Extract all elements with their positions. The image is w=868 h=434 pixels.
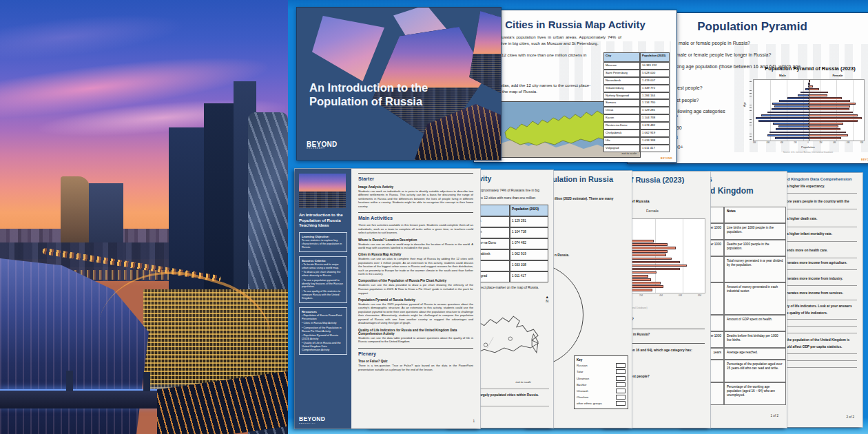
answer-line: [787, 258, 857, 258]
table-cell: 1 284 164: [640, 92, 670, 100]
pyramid-row-75-79: [754, 94, 864, 96]
key-item: Ukrainian: [577, 376, 626, 381]
x-axis-ticks: 8M6M4M2M02M4M6M8M: [753, 141, 863, 144]
x-tick: 2M: [794, 141, 796, 144]
activity-paragraph: Students can use an atlas to complete th…: [358, 257, 473, 276]
x-tick: 8M: [698, 294, 701, 297]
table-row: Volgograd1 011 417: [471, 271, 548, 282]
table-cell: 1 074 482: [510, 238, 548, 249]
table-header-notes: Notes: [724, 207, 786, 223]
lesson-plan-content: Starter Image Analysis Activity Students…: [351, 169, 480, 428]
female-bar: [809, 80, 810, 82]
female-bar: [809, 112, 853, 114]
male-label: Male: [772, 74, 793, 77]
sidebar-title: An Introduction to the Population of Rus…: [299, 212, 347, 223]
key-item-label: Ukrainian: [577, 377, 589, 380]
activity-subheading: True or False? Quiz: [358, 360, 473, 363]
table-row: Moscow10 381 222: [603, 62, 670, 70]
female-bar: [809, 120, 858, 122]
question-fragment: a higher life expectancy.: [787, 185, 825, 188]
male-bar: [808, 85, 809, 87]
title-line-1: An Introduction to the: [309, 81, 428, 94]
table-row: Rostov-na-Donu1 074 482: [471, 238, 548, 249]
answer-line: [787, 353, 857, 354]
pyramid-chart-title: Population Pyramid of Russia (2023): [750, 65, 868, 72]
table-cell: 1 129 281: [510, 216, 548, 227]
male-bar: [767, 112, 809, 114]
male-bar: [761, 114, 809, 116]
pyramid-row-95-99: [754, 83, 864, 85]
page-number: 1: [473, 420, 475, 423]
table-cell: Samara: [603, 99, 640, 107]
answer-line: [787, 227, 857, 227]
beyond-logo-text: BEYOND: [299, 415, 325, 422]
list-item: • To use a population pyramid to identif…: [302, 279, 344, 289]
success-criteria-list: • To locate Russia and its major urban a…: [302, 263, 344, 300]
female-bar: [809, 94, 827, 96]
pyramid-row-5-9: [754, 134, 864, 136]
activity-paragraph: There is a ten-question 'True or False?'…: [358, 364, 473, 371]
table-row: Omsk1 129 281: [603, 107, 670, 114]
answer-line: [787, 193, 857, 194]
pyramid-row-30-34: [754, 120, 864, 122]
text-fragment: pproximately 74% of Russians live in big: [480, 189, 539, 192]
list-item: • To use quality of life statistics to c…: [302, 290, 344, 300]
table-header-row: City Population (2023): [471, 205, 548, 216]
male-bar: [769, 132, 809, 134]
answer-line: [787, 269, 857, 270]
table-header-population: Population (2023): [510, 205, 548, 216]
answer-line: [787, 326, 857, 327]
female-bar: [809, 105, 850, 107]
table-cell: 1 134 730: [640, 99, 670, 107]
answer-line: [787, 360, 857, 361]
key-item: other ethnic groups: [577, 401, 626, 406]
table-cell: Deaths per 1000 people in the population…: [724, 240, 786, 256]
table-row: Omsk1 129 281: [471, 216, 548, 227]
resources-box: Resources • Population of Russia PowerPo…: [299, 307, 347, 355]
table-cell: 1 033 338: [510, 260, 548, 271]
activity-subheading: Quality of Life Indicators for Russia an…: [358, 329, 473, 335]
table-row: Ufa1 033 338: [471, 260, 548, 271]
list-item: • Population of Russia PowerPoint Presen…: [302, 314, 344, 321]
chart-source: Source: U.S. Census Bureau, Internationa…: [739, 151, 868, 154]
beyond-mark: BEYOND: [861, 158, 868, 161]
key-item-label: other ethnic groups: [577, 402, 602, 405]
x-tick: 4M: [833, 141, 836, 144]
activity-paragraph: Students can use the data provided to dr…: [358, 283, 473, 295]
question-fragment: ends more on health care.: [787, 249, 827, 252]
population-pyramid-chart: [753, 79, 865, 141]
text-fragment: n Russia.: [555, 254, 569, 257]
x-tick: 6M: [679, 294, 682, 297]
table-cell: Chelyabinsk: [603, 130, 640, 137]
table-header-population: Population (2023): [640, 52, 670, 62]
table-header-city: City: [603, 52, 640, 62]
table-cell: 1 104 738: [510, 227, 548, 238]
question-fragment: ore years people in the country with the: [787, 200, 849, 203]
list-item: • Composition of the Population in Russi…: [302, 327, 344, 333]
key-items: RussianTatarUkrainianBashkirChuvashChech…: [577, 363, 626, 406]
x-axis-label: Population: [753, 145, 863, 149]
question-fragment: en 16 and 64), which age category has:: [631, 349, 692, 352]
pyramid-row-60-64: [754, 103, 864, 105]
answer-line: [787, 367, 857, 368]
divider-line: [632, 329, 705, 329]
question-fragment: the population of the United Kingdom is: [787, 338, 849, 342]
pyramid-row-50-54: [754, 108, 864, 110]
activity-subheading: Cities in Russia Map Activity: [358, 253, 473, 256]
female-label: Female: [637, 209, 668, 213]
compass-icon: ▲N: [546, 296, 549, 303]
answer-line: [473, 406, 549, 406]
table-row: Saint Petersburg5 028 000: [603, 70, 670, 77]
male-bar: [772, 108, 809, 110]
table-cell: Amount of GDP spent on health.: [724, 315, 786, 331]
key-item-label: Russian: [577, 364, 588, 367]
female-bar: [809, 114, 858, 116]
text-fragment: illion (2023 estimate). There are many: [555, 197, 613, 200]
activity-paragraph: There are five activities available in t…: [358, 223, 473, 235]
pyramid-row-90-94: [754, 85, 864, 87]
table-cell: Kazan: [603, 114, 640, 122]
key-colour-box: [616, 389, 626, 393]
male-bar: [767, 134, 809, 136]
list-item: • To locate Russia and its major urban a…: [302, 263, 344, 270]
learning-objective-text: To use statistics to explore key charact…: [302, 239, 344, 249]
